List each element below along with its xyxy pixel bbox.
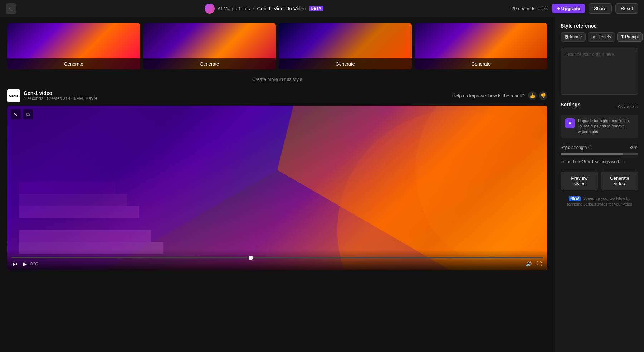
- user-avatar: [205, 4, 215, 14]
- tab-presets[interactable]: ⊞ Presets: [588, 32, 615, 42]
- page-title: Gen-1: Video to Video: [257, 6, 306, 11]
- tab-image[interactable]: 🖼 Image: [561, 32, 586, 42]
- video-meta-right: Help us improve: how is the result? 👍 👎: [452, 91, 547, 100]
- video-subtitle: 4 seconds · Created at 4:16PM, May 9: [24, 96, 97, 101]
- presets-tab-label: Presets: [596, 34, 611, 39]
- thumbnail-card-4[interactable]: Generate: [415, 23, 548, 69]
- nav-left: ←: [6, 3, 16, 14]
- style-strength-label: Style strength ⓘ: [561, 145, 592, 150]
- video-meta-left: GEN-1 Gen-1 video 4 seconds · Created at…: [7, 89, 97, 102]
- beta-badge: BETA: [309, 6, 323, 11]
- upgrade-button[interactable]: + Upgrade: [552, 4, 585, 13]
- video-background: [7, 106, 547, 270]
- settings-title: Settings: [561, 102, 580, 107]
- prompt-tab-icon: T: [621, 35, 624, 39]
- share-button[interactable]: Share: [589, 3, 612, 14]
- top-navigation: ← AI Magic Tools / Gen-1: Video to Video…: [0, 0, 644, 17]
- feedback-icons: 👍 👎: [528, 91, 547, 100]
- video-info: Gen-1 video 4 seconds · Created at 4:16P…: [24, 90, 97, 101]
- prompt-textarea[interactable]: [561, 48, 638, 95]
- resize-tool-button[interactable]: ⤡: [11, 109, 21, 119]
- play-button[interactable]: ▶: [21, 260, 28, 267]
- back-button[interactable]: ←: [6, 3, 16, 14]
- style-strength-info-icon: ⓘ: [588, 145, 592, 150]
- settings-section: Settings Advanced ✦ Upgrade for higher r…: [561, 102, 638, 166]
- svg-rect-3: [19, 206, 140, 218]
- svg-rect-6: [19, 230, 151, 242]
- image-tab-label: Image: [570, 34, 582, 39]
- svg-rect-4: [19, 194, 127, 206]
- copy-tool-button[interactable]: ⧉: [23, 109, 33, 119]
- upgrade-icon: ✦: [565, 118, 575, 128]
- tab-prompt[interactable]: T Prompt: [617, 32, 643, 42]
- upgrade-banner: ✦ Upgrade for higher resolution, 15 sec …: [561, 115, 638, 138]
- workflow-description: NEW Speed up your workflow by sampling v…: [561, 196, 638, 207]
- advanced-link[interactable]: Advanced: [618, 104, 638, 109]
- style-reference-title: Style reference: [561, 23, 638, 29]
- video-controls-row: ⏮ ▶ 0:00 🔊 ⛶: [11, 260, 543, 267]
- video-controls: ⏮ ▶ 0:00 🔊 ⛶: [7, 250, 547, 270]
- style-reference-section: Style reference 🖼 Image ⊞ Presets T Prom…: [561, 23, 638, 96]
- new-badge: NEW: [569, 196, 580, 201]
- nav-center: AI Magic Tools / Gen-1: Video to Video B…: [16, 4, 512, 14]
- video-time: 0:00: [30, 262, 38, 266]
- reset-button[interactable]: Reset: [615, 3, 638, 14]
- left-panel: Generate Generate Generate Generate Crea…: [0, 17, 555, 352]
- settings-header: Settings Advanced: [561, 102, 638, 111]
- image-tab-icon: 🖼: [565, 35, 569, 39]
- style-strength-value: 80%: [630, 145, 638, 150]
- style-strength-row: Style strength ⓘ 80%: [561, 145, 638, 150]
- thumbnail-card-2[interactable]: Generate: [143, 23, 276, 69]
- fullscreen-button[interactable]: ⛶: [535, 260, 543, 267]
- thumbnail-card-3[interactable]: Generate: [279, 23, 412, 69]
- video-toolbar: ⤡ ⧉: [11, 109, 33, 119]
- thumbs-up-button[interactable]: 👍: [528, 91, 537, 100]
- generate-overlay-2: Generate: [143, 58, 276, 69]
- scrubber-handle[interactable]: [249, 256, 253, 260]
- learn-link[interactable]: Learn how Gen-1 settings work →: [561, 159, 638, 164]
- thumbnail-card-1[interactable]: Generate: [7, 23, 140, 69]
- upgrade-banner-text: Upgrade for higher resolution, 15 sec cl…: [578, 118, 634, 135]
- right-panel: Style reference 🖼 Image ⊞ Presets T Prom…: [555, 17, 644, 352]
- nav-right: 29 seconds left ⓘ + Upgrade Share Reset: [512, 3, 638, 14]
- feedback-text: Help us improve: how is the result?: [452, 93, 525, 98]
- video-scene-svg: [7, 106, 547, 270]
- video-controls-left: ⏮ ▶ 0:00: [11, 260, 38, 267]
- video-title: Gen-1 video: [24, 90, 97, 96]
- generate-video-button[interactable]: Generate video: [601, 172, 639, 190]
- style-tabs: 🖼 Image ⊞ Presets T Prompt: [561, 32, 638, 42]
- main-content: Generate Generate Generate Generate Crea…: [0, 17, 644, 352]
- video-player: ⤡ ⧉ ⏮ ▶ 0:00 🔊: [7, 106, 547, 270]
- video-meta: GEN-1 Gen-1 video 4 seconds · Created at…: [7, 89, 547, 102]
- generate-overlay-3: Generate: [279, 58, 412, 69]
- strength-bar[interactable]: [561, 153, 638, 155]
- timer-display: 29 seconds left ⓘ: [512, 5, 548, 11]
- rewind-button[interactable]: ⏮: [11, 260, 19, 267]
- presets-tab-icon: ⊞: [592, 35, 595, 39]
- prompt-tab-label: Prompt: [625, 34, 639, 39]
- video-section: GEN-1 Gen-1 video 4 seconds · Created at…: [7, 89, 547, 270]
- app-title: AI Magic Tools: [218, 6, 250, 11]
- thumbs-down-button[interactable]: 👎: [539, 91, 547, 100]
- action-buttons: Preview styles Generate video: [561, 172, 638, 190]
- video-scrubber[interactable]: [11, 257, 543, 258]
- volume-button[interactable]: 🔊: [524, 260, 533, 267]
- gen1-avatar: GEN-1: [7, 89, 20, 102]
- preview-styles-button[interactable]: Preview styles: [561, 172, 598, 190]
- thumbnails-row: Generate Generate Generate Generate: [7, 23, 547, 69]
- video-controls-right: 🔊 ⛶: [524, 260, 543, 267]
- generate-overlay-4: Generate: [415, 58, 548, 69]
- strength-fill: [561, 153, 623, 155]
- generate-overlay-1: Generate: [7, 58, 140, 69]
- svg-rect-5: [19, 182, 115, 194]
- nav-separator: /: [253, 6, 254, 11]
- create-more-text: Create more in this style: [7, 75, 547, 83]
- timer-info-icon: ⓘ: [544, 5, 548, 11]
